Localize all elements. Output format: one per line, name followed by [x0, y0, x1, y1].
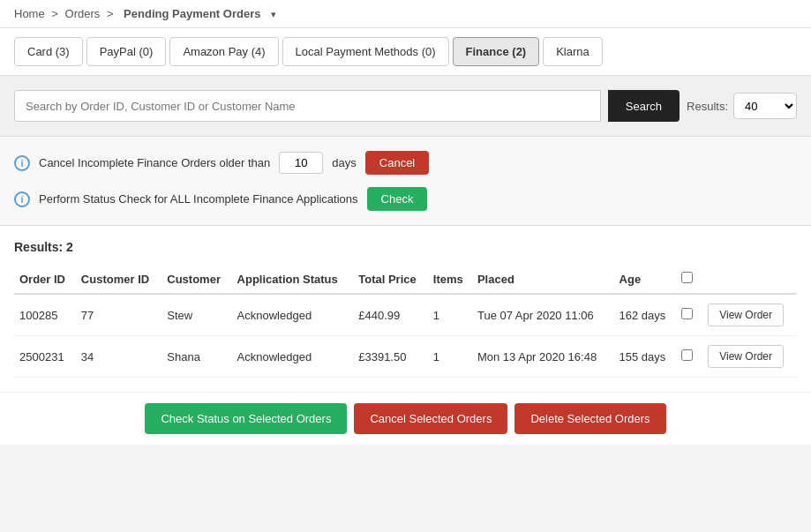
col-select-all[interactable] [676, 265, 702, 294]
col-actions [702, 265, 797, 294]
cell-view-order[interactable]: View Order [702, 294, 797, 336]
table-row: 2500231 34 Shana Acknowledged £3391.50 1… [14, 336, 797, 378]
search-section: Search Results: 40 20 60 80 100 [0, 76, 811, 137]
col-application-status: Application Status [232, 265, 354, 294]
search-button[interactable]: Search [608, 90, 680, 122]
cell-customer: Shana [161, 336, 231, 378]
cell-application-status: Acknowledged [232, 336, 354, 378]
tab-paypal[interactable]: PayPal (0) [86, 37, 167, 66]
breadcrumb: Home > Orders > Pending Payment Orders ▾ [0, 0, 811, 28]
table-section: Results: 2 Order ID Customer ID Customer… [0, 226, 811, 392]
tab-klarna[interactable]: Klarna [543, 37, 603, 66]
results-per-page-select[interactable]: 40 20 60 80 100 [733, 93, 797, 119]
cell-checkbox[interactable] [676, 294, 702, 336]
cell-total-price: £3391.50 [353, 336, 428, 378]
breadcrumb-dropdown-arrow[interactable]: ▾ [271, 9, 276, 19]
breadcrumb-home[interactable]: Home [14, 7, 45, 20]
view-order-button-0[interactable]: View Order [708, 303, 784, 326]
check-finance-label: Perform Status Check for ALL Incomplete … [39, 192, 358, 206]
cell-placed: Mon 13 Apr 2020 16:48 [472, 336, 614, 378]
check-finance-button[interactable]: Check [367, 187, 428, 211]
info-icon-cancel: i [14, 155, 30, 171]
cell-order-id: 100285 [14, 294, 76, 336]
cell-total-price: £440.99 [353, 294, 428, 336]
cell-placed: Tue 07 Apr 2020 11:06 [472, 294, 614, 336]
breadcrumb-orders[interactable]: Orders [65, 7, 101, 20]
results-label-wrapper: Results: 40 20 60 80 100 [687, 93, 797, 119]
cell-age: 155 days [614, 336, 677, 378]
cancel-selected-button[interactable]: Cancel Selected Orders [354, 403, 507, 434]
cell-order-id: 2500231 [14, 336, 76, 378]
cell-items: 1 [428, 294, 472, 336]
table-row: 100285 77 Stew Acknowledged £440.99 1 Tu… [14, 294, 797, 336]
cancel-finance-row: i Cancel Incomplete Finance Orders older… [14, 151, 797, 175]
cell-age: 162 days [614, 294, 677, 336]
cell-customer-id: 34 [76, 336, 161, 378]
row-checkbox-0[interactable] [681, 308, 693, 319]
cell-customer-id: 77 [76, 294, 161, 336]
tab-bar: Card (3) PayPal (0) Amazon Pay (4) Local… [0, 28, 811, 76]
cell-application-status: Acknowledged [232, 294, 354, 336]
check-finance-row: i Perform Status Check for ALL Incomplet… [14, 187, 797, 211]
cell-view-order[interactable]: View Order [702, 336, 797, 378]
results-label: Results: [687, 100, 728, 113]
view-order-button-1[interactable]: View Order [708, 345, 784, 368]
finance-actions-section: i Cancel Incomplete Finance Orders older… [0, 137, 811, 226]
results-count: Results: 2 [14, 240, 797, 254]
cell-customer: Stew [161, 294, 231, 336]
col-order-id: Order ID [14, 265, 76, 294]
delete-selected-button[interactable]: Delete Selected Orders [514, 403, 665, 434]
tab-card[interactable]: Card (3) [14, 37, 83, 66]
col-customer-id: Customer ID [76, 265, 161, 294]
cell-checkbox[interactable] [676, 336, 702, 378]
breadcrumb-current: Pending Payment Orders [124, 7, 260, 20]
tab-finance[interactable]: Finance (2) [453, 37, 540, 66]
orders-table: Order ID Customer ID Customer Applicatio… [14, 265, 797, 378]
cancel-days-input[interactable] [279, 152, 323, 174]
cancel-days-suffix: days [332, 156, 356, 169]
col-age: Age [614, 265, 677, 294]
info-icon-check: i [14, 191, 30, 207]
check-status-selected-button[interactable]: Check Status on Selected Orders [145, 403, 347, 434]
search-input[interactable] [14, 90, 601, 122]
col-placed: Placed [472, 265, 614, 294]
col-items: Items [428, 265, 472, 294]
bottom-actions: Check Status on Selected Orders Cancel S… [0, 392, 811, 445]
tab-amazon[interactable]: Amazon Pay (4) [169, 37, 278, 66]
select-all-checkbox[interactable] [681, 272, 693, 283]
cancel-finance-label-prefix: Cancel Incomplete Finance Orders older t… [39, 156, 270, 169]
col-total-price: Total Price [353, 265, 428, 294]
col-customer: Customer [161, 265, 231, 294]
cancel-finance-button[interactable]: Cancel [365, 151, 429, 175]
cell-items: 1 [428, 336, 472, 378]
row-checkbox-1[interactable] [681, 349, 693, 361]
tab-local[interactable]: Local Payment Methods (0) [282, 37, 449, 66]
